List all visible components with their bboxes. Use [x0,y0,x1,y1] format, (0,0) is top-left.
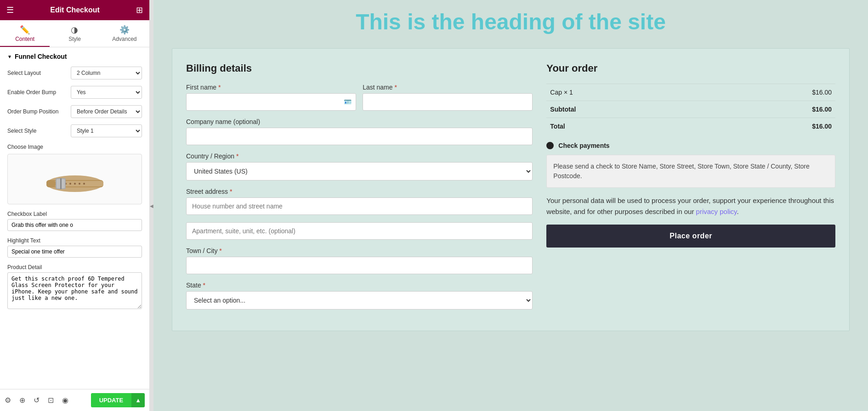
highlight-text-label: Highlight Text [7,237,142,244]
advanced-icon: ⚙️ [119,25,130,35]
person-icon: 🪪 [344,98,352,106]
country-group: Country / Region * United States (US) [186,152,533,180]
svg-point-7 [83,183,85,185]
payment-label: Check payments [558,142,609,149]
enable-order-bump-label: Enable Order Bump [7,89,67,96]
order-bump-position-label: Order Bump Position [7,108,67,115]
tab-content[interactable]: ✏️ Content [0,20,50,47]
name-row: First name * 🪪 Last name * [186,84,533,118]
svg-point-6 [79,183,80,185]
billing-title: Billing details [186,62,533,74]
street-address-label: Street address * [186,188,533,195]
grid-icon[interactable]: ⊞ [136,5,143,15]
product-detail-row: Product Detail Get this scratch proof 6D… [7,264,142,311]
order-bump-position-row: Order Bump Position Before Order Details [7,105,142,118]
select-layout-label: Select Layout [7,70,67,76]
svg-rect-11 [46,181,56,186]
tab-advanced[interactable]: ⚙️ Advanced [100,20,149,47]
order-title: Your order [546,62,835,74]
checkbox-label-input[interactable] [7,219,142,231]
state-group: State * Select an option... [186,282,533,310]
order-row-total: Total $16.00 [546,118,835,135]
menu-icon[interactable]: ☰ [6,5,14,15]
select-layout-row: Select Layout 2 Column [7,67,142,79]
apt-group [186,222,533,240]
belt-image [43,161,107,197]
product-detail-input[interactable]: Get this scratch proof 6D Tempered Glass… [7,272,142,309]
left-panel: ☰ Edit Checkout ⊞ ✏️ Content ◑ Style ⚙️ … [0,0,150,411]
panel-resizer[interactable] [150,0,153,411]
country-label: Country / Region * [186,152,533,160]
last-name-group: Last name * [363,84,533,111]
checkout-container: Billing details First name * 🪪 Last name… [172,48,850,331]
order-total-label: Total [546,118,705,135]
panel-body: ▼ Funnel Checkout Select Layout 2 Column… [0,47,149,389]
privacy-text: Your personal data will be used to proce… [546,195,835,217]
select-style-label: Select Style [7,128,67,134]
highlight-text-row: Highlight Text [7,237,142,258]
state-select[interactable]: Select an option... [186,291,533,310]
layers-icon[interactable]: ⊕ [19,396,25,405]
last-name-input[interactable] [363,93,533,111]
first-name-input[interactable] [186,93,356,111]
order-table: Cap × 1 $16.00 Subtotal $16.00 Total $16… [546,84,835,135]
svg-point-5 [74,183,76,185]
main-content: This is the heading of the site Billing … [153,0,868,411]
check-info-box: Please send a check to Store Name, Store… [546,155,835,188]
payment-radio[interactable] [546,142,554,149]
payment-row: Check payments [546,142,835,149]
section-arrow: ▼ [7,54,12,59]
tab-style[interactable]: ◑ Style [50,20,99,47]
checkbox-label-row: Checkbox Label [7,211,142,231]
order-total-price: $16.00 [705,118,835,135]
enable-order-bump-row: Enable Order Bump Yes [7,86,142,99]
company-name-input[interactable] [186,128,533,145]
responsive-icon[interactable]: ⊡ [48,396,54,405]
checkbox-label-field-label: Checkbox Label [7,211,142,217]
first-name-label: First name * [186,84,356,91]
last-name-label: Last name * [363,84,533,91]
history-icon[interactable]: ↺ [34,396,40,405]
svg-rect-10 [60,178,62,189]
order-subtotal-price: $16.00 [705,101,835,118]
apt-input[interactable] [186,222,533,240]
select-style-input[interactable]: Style 1 [71,124,142,137]
svg-point-4 [69,183,71,185]
top-bar-title: Edit Checkout [50,6,100,14]
eye-icon[interactable]: ◉ [62,396,68,405]
order-row-product: Cap × 1 $16.00 [546,84,835,101]
product-detail-label: Product Detail [7,264,142,270]
first-name-group: First name * 🪪 [186,84,356,111]
section-title: Funnel Checkout [15,53,67,60]
street-address-input[interactable] [186,197,533,215]
order-bump-position-input[interactable]: Before Order Details [71,105,142,118]
town-input[interactable] [186,257,533,274]
section-header[interactable]: ▼ Funnel Checkout [7,53,142,60]
update-button[interactable]: UPDATE [91,393,131,407]
tab-style-label: Style [68,36,81,42]
tabs-row: ✏️ Content ◑ Style ⚙️ Advanced [0,20,149,47]
order-row-subtotal: Subtotal $16.00 [546,101,835,118]
billing-section: Billing details First name * 🪪 Last name… [186,62,533,317]
privacy-policy-link[interactable]: privacy policy [696,208,737,215]
update-arrow-button[interactable]: ▲ [131,393,145,407]
select-style-row: Select Style Style 1 [7,124,142,137]
company-name-label: Company name (optional) [186,118,533,125]
order-section: Your order Cap × 1 $16.00 Subtotal $16.0… [546,62,835,317]
order-subtotal-label: Subtotal [546,101,705,118]
bottom-bar: ⚙ ⊕ ↺ ⊡ ◉ UPDATE ▲ [0,389,149,411]
highlight-text-input[interactable] [7,246,142,258]
state-label: State * [186,282,533,289]
select-layout-input[interactable]: 2 Column [71,67,142,79]
style-icon: ◑ [71,25,78,35]
site-heading: This is the heading of the site [172,9,850,34]
country-select[interactable]: United States (US) [186,162,533,180]
settings-icon[interactable]: ⚙ [5,396,11,405]
first-name-wrap: 🪪 [186,93,356,111]
tab-advanced-label: Advanced [112,36,136,42]
top-bar: ☰ Edit Checkout ⊞ [0,0,149,20]
enable-order-bump-input[interactable]: Yes [71,86,142,99]
image-preview[interactable] [7,154,142,204]
place-order-button[interactable]: Place order [546,225,835,248]
town-label: Town / City * [186,247,533,254]
